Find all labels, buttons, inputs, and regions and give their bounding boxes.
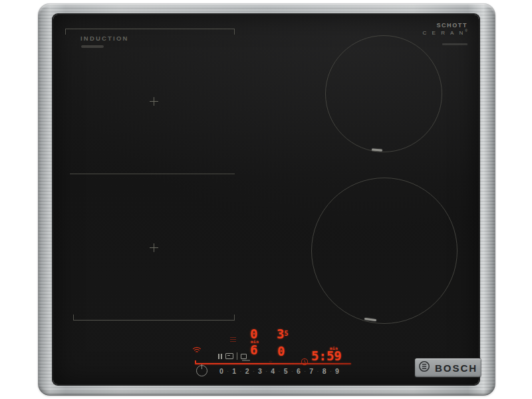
induction-label: INDUCTION [80,35,129,42]
slider-digit[interactable]: 3 [258,367,262,375]
heat-indicator-icon [230,336,236,343]
slider-digit[interactable]: 1 [232,367,236,375]
bosch-logo-badge: BOSCH [415,358,481,377]
slider-digit[interactable]: 0 [219,367,223,375]
flex-zone-divider-line [70,174,235,174]
display-zone-right-top: 35 [277,328,288,340]
power-level-slider[interactable]: 0· 1· 2· 3· 4· 5· 6· 7· 8· 9 [219,366,339,376]
slider-digit[interactable]: 7 [309,367,313,375]
display-zone-right-bottom: 0 [277,345,285,357]
schott-line1: SCHOTT [401,22,467,29]
slider-digit[interactable]: 6 [297,367,301,375]
plus-marker-bottom-zone [150,243,158,252]
power-icon[interactable] [196,365,207,376]
bosch-symbol-icon [418,360,430,375]
pan-transfer-icon[interactable] [225,353,233,359]
wifi-icon [192,344,201,356]
slider-digit[interactable]: 8 [323,367,327,375]
slider-digit[interactable]: 5 [284,367,288,375]
plus-marker-top-zone [150,97,158,106]
slider-indicator-line [195,363,351,364]
function-key-icons[interactable] [218,352,247,360]
icon-divider [237,352,237,360]
schott-smallprint-smudge [442,43,467,45]
key-caption-smudge [242,360,250,361]
kitchen-timer-display: 5:59 [311,350,342,362]
slider-digit[interactable]: 9 [335,367,339,375]
flex-zone-top-bracket [65,29,235,35]
childlock-icon[interactable] [241,354,247,359]
cooking-zone-top-right [325,35,442,152]
slider-digit[interactable]: 2 [245,367,249,375]
stainless-steel-frame: INDUCTION SCHOTT C E R A N® [38,3,495,396]
pause-icon[interactable] [218,354,222,359]
cooking-zone-bottom-right [311,178,458,324]
schott-line2: C E R A N® [401,29,467,36]
flex-zone-bottom-bracket [73,315,235,321]
ceramic-glass-surface: INDUCTION SCHOTT C E R A N® [53,15,479,384]
bosch-logo-text: BOSCH [435,362,477,374]
model-number-smudge [81,45,104,48]
display-zone-left-top: 0 [250,328,257,340]
slider-digit[interactable]: 4 [271,367,275,375]
display-zone-timer: 6 [250,344,257,356]
